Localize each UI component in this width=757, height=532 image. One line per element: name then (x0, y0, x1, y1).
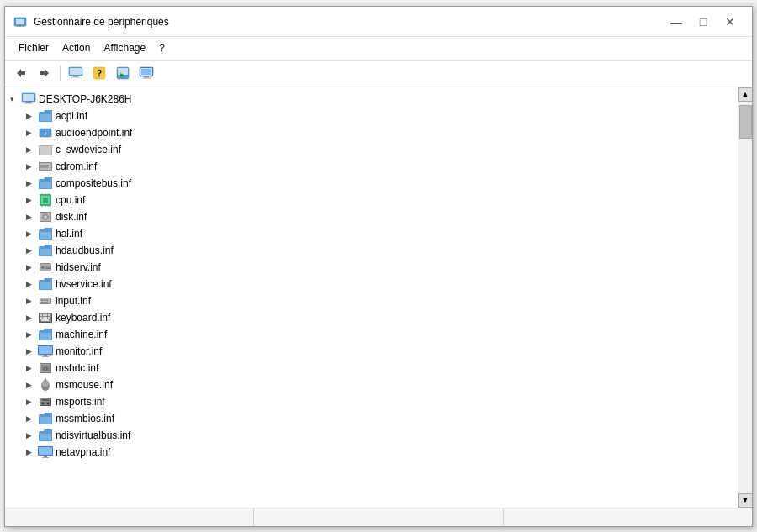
input-icon (38, 293, 53, 308)
tree-node-hidserv: ▶ hidse (22, 259, 738, 276)
menu-action[interactable]: Action (56, 40, 97, 56)
msports-label: msports.inf (56, 396, 105, 408)
computer-button[interactable] (65, 63, 87, 83)
tree-node-compositebus-content[interactable]: ▶ compositebus.inf (22, 175, 738, 192)
tree-node-input-content[interactable]: ▶ (22, 292, 738, 309)
title-bar: Gestionnaire de périphériques — □ ✕ (5, 7, 752, 37)
tree-node-cswdevice-content[interactable]: ▶ c_swdevice.inf (22, 141, 738, 158)
tree-node-hidserv-content[interactable]: ▶ hidse (22, 259, 738, 276)
tree-node-msmouse-content[interactable]: ▶ msmouse.inf (22, 377, 738, 393)
vertical-scrollbar[interactable]: ▲ ▼ (738, 87, 752, 508)
machine-toggle[interactable]: ▶ (22, 328, 35, 341)
svg-rect-92 (40, 434, 51, 440)
tree-node-netavpna-content[interactable]: ▶ netavpna.inf (22, 444, 738, 461)
scroll-up-button[interactable]: ▲ (738, 87, 753, 102)
netavpna-toggle[interactable]: ▶ (22, 445, 35, 459)
svg-rect-13 (118, 68, 128, 75)
cswdevice-label: c_swdevice.inf (56, 144, 121, 155)
mshdc-toggle[interactable]: ▶ (22, 361, 35, 375)
tree-node-msports: ▶ mspor (22, 393, 738, 410)
hidserv-toggle[interactable]: ▶ (22, 261, 35, 274)
status-bar (5, 508, 752, 526)
menu-fichier[interactable]: Fichier (12, 40, 56, 56)
msports-toggle[interactable]: ▶ (22, 395, 35, 408)
hal-toggle[interactable]: ▶ (22, 227, 35, 240)
root-toggle-icon[interactable]: ▾ (5, 92, 19, 106)
tree-panel[interactable]: ▾ DESKTOP-J6K286H (5, 87, 738, 508)
status-section-3 (504, 508, 752, 526)
disk-toggle[interactable]: ▶ (22, 210, 35, 224)
monitor-toggle[interactable]: ▶ (22, 345, 35, 358)
tree-node-audio-content[interactable]: ▶ ♪ audioendpoint.inf (22, 124, 738, 141)
hvservice-toggle[interactable]: ▶ (22, 277, 35, 291)
hal-icon (38, 226, 53, 241)
toolbar-separator-1 (60, 66, 61, 81)
close-button[interactable]: ✕ (718, 13, 742, 30)
tree-node-acpi-content[interactable]: ▶ acpi.inf (22, 108, 738, 124)
compositebus-toggle[interactable]: ▶ (22, 176, 35, 190)
svg-rect-54 (45, 267, 50, 269)
tree-node-root-content[interactable]: ▾ DESKTOP-J6K286H (5, 91, 738, 108)
compositebus-icon (38, 176, 53, 191)
tree-node-audio: ▶ ♪ audioendpoint.inf (22, 124, 738, 141)
svg-rect-55 (40, 282, 51, 289)
svg-rect-18 (144, 76, 149, 78)
mssmbios-label: mssmbios.inf (56, 413, 114, 424)
mshdc-icon (38, 361, 53, 376)
tree-node-cdrom: ▶ cdrom.inf (22, 158, 738, 175)
maximize-button[interactable]: □ (691, 13, 715, 30)
minimize-button[interactable]: — (664, 13, 688, 30)
audio-icon: ♪ (38, 125, 53, 140)
back-button[interactable] (10, 63, 32, 83)
tree-node-msports-content[interactable]: ▶ mspor (22, 393, 738, 410)
input-toggle[interactable]: ▶ (22, 294, 35, 308)
keyboard-toggle[interactable]: ▶ (22, 311, 35, 324)
tree-node-monitor: ▶ monitor.inf (22, 343, 738, 360)
tree-node-acpi: ▶ acpi.inf (22, 108, 738, 124)
svg-rect-3 (16, 26, 24, 27)
tree-node-cswdevice: ▶ c_swdevice.inf (22, 141, 738, 158)
tree-node-monitor-content[interactable]: ▶ monitor.inf (22, 343, 738, 360)
tree-node-hvservice-content[interactable]: ▶ hvservice.inf (22, 276, 738, 292)
svg-rect-95 (44, 456, 47, 457)
tree-node-cdrom-content[interactable]: ▶ cdrom.inf (22, 158, 738, 175)
cdrom-label: cdrom.inf (56, 161, 97, 172)
tree-node-keyboard-content[interactable]: ▶ (22, 309, 738, 326)
tree-node-mshdc-content[interactable]: ▶ mshdc (22, 360, 738, 377)
acpi-toggle[interactable]: ▶ (22, 109, 35, 123)
tree-node-msmouse: ▶ msmouse.inf (22, 377, 738, 393)
monitor-label: monitor.inf (56, 345, 102, 357)
disk-icon (38, 209, 53, 224)
svg-rect-71 (41, 319, 49, 321)
tree-node-ndisvirtualbus-content[interactable]: ▶ ndisvirtualbus.inf (22, 427, 738, 444)
tree-node-machine-content[interactable]: ▶ machine.inf (22, 326, 738, 343)
tree-node-cpu-content[interactable]: ▶ (22, 192, 738, 208)
ndisvirtualbus-toggle[interactable]: ▶ (22, 429, 35, 442)
msmouse-toggle[interactable]: ▶ (22, 378, 35, 392)
window-title: Gestionnaire de périphériques (34, 16, 169, 28)
scroll-thumb[interactable] (739, 105, 752, 139)
scroll-down-button[interactable]: ▼ (738, 493, 753, 508)
svg-rect-94 (39, 447, 52, 455)
hdaudbus-label: hdaudbus.inf (56, 245, 114, 256)
tree-node-hdaudbus-content[interactable]: ▶ hdaudbus.inf (22, 242, 738, 259)
cswdevice-toggle[interactable]: ▶ (22, 143, 35, 156)
forward-button[interactable] (34, 63, 56, 83)
tree-node-mshdc: ▶ mshdc (22, 360, 738, 377)
svg-rect-53 (45, 266, 50, 267)
help-button[interactable]: ? (88, 63, 110, 83)
cpu-toggle[interactable]: ▶ (22, 193, 35, 207)
cdrom-toggle[interactable]: ▶ (22, 160, 35, 173)
mssmbios-toggle[interactable]: ▶ (22, 412, 35, 425)
ndisvirtualbus-icon (38, 428, 53, 443)
menu-affichage[interactable]: Affichage (97, 40, 152, 56)
tree-node-hal-content[interactable]: ▶ hal.inf (22, 225, 738, 242)
audio-toggle[interactable]: ▶ (22, 126, 35, 140)
tree-node-disk-content[interactable]: ▶ disk.inf (22, 208, 738, 225)
run-button[interactable] (112, 63, 134, 83)
tree-node-keyboard: ▶ (22, 309, 738, 326)
display-button[interactable] (135, 63, 157, 83)
menu-help[interactable]: ? (152, 40, 172, 56)
hdaudbus-toggle[interactable]: ▶ (22, 244, 35, 257)
tree-node-mssmbios-content[interactable]: ▶ mssmbios.inf (22, 410, 738, 427)
